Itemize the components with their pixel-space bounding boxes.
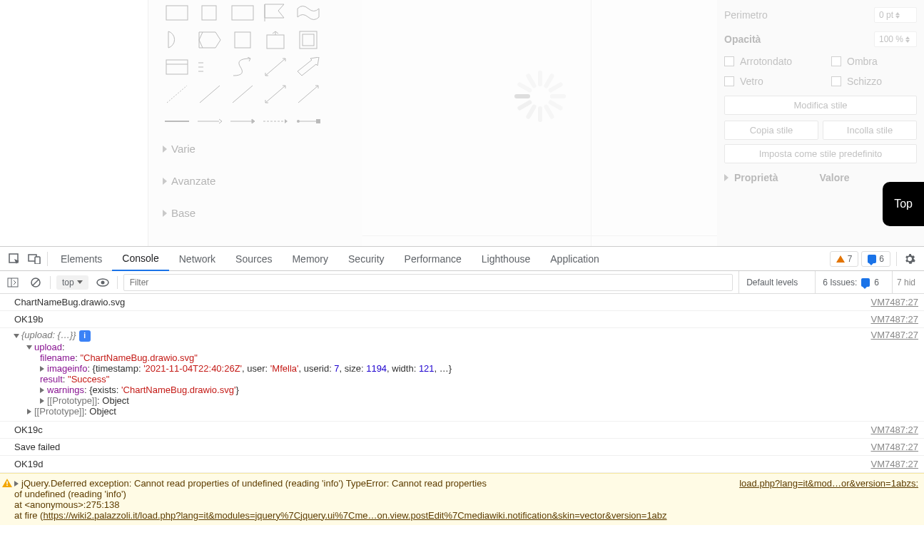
console-body: ChartNameBug.drawio.svgVM7487:27 OK19bVM… <box>0 294 924 560</box>
shape-biarrow[interactable] <box>261 56 290 78</box>
top-badge[interactable]: Top <box>883 182 924 226</box>
shape-conn3[interactable] <box>228 110 257 133</box>
canvas[interactable] <box>362 0 717 246</box>
imposta-predefinito-button[interactable]: Imposta come stile predefinito <box>724 144 917 163</box>
copia-stile-button[interactable]: Copia stile <box>724 121 818 140</box>
clear-console-icon[interactable] <box>27 274 44 291</box>
ombra-checkbox[interactable]: Ombra <box>831 56 917 67</box>
svg-rect-34 <box>6 481 8 484</box>
shape-line2[interactable] <box>228 83 257 106</box>
source-link[interactable]: VM7487:27 <box>871 442 919 452</box>
expand-toggle[interactable] <box>27 409 31 414</box>
sidebar-toggle-icon[interactable] <box>4 274 21 291</box>
shape-square[interactable] <box>196 1 224 24</box>
devtools: Elements Console Network Sources Memory … <box>0 246 924 560</box>
svg-rect-4 <box>267 35 284 49</box>
warning-icon <box>836 255 845 263</box>
info-icon[interactable]: i <box>79 330 91 342</box>
perimetro-value[interactable]: 0 pt <box>874 7 917 23</box>
source-link[interactable]: VM7487:27 <box>871 297 919 307</box>
device-icon[interactable] <box>24 249 44 269</box>
shape-conn5[interactable] <box>294 110 323 133</box>
section-avanzate[interactable]: Avanzate <box>163 165 354 197</box>
arrotondato-checkbox[interactable]: Arrotondato <box>724 56 810 67</box>
source-link[interactable]: VM7487:27 <box>871 330 919 340</box>
shape-conn2[interactable] <box>196 110 224 133</box>
shape-arrow2[interactable] <box>261 83 290 106</box>
shape-dashed[interactable] <box>163 83 191 106</box>
schizzo-checkbox[interactable]: Schizzo <box>831 76 917 87</box>
expand-toggle[interactable] <box>40 366 44 372</box>
shapes-grid <box>163 0 354 133</box>
perimetro-label: Perimetro <box>724 9 768 21</box>
filter-input[interactable] <box>123 274 733 291</box>
vetro-checkbox[interactable]: Vetro <box>724 76 810 87</box>
settings-gear-icon[interactable] <box>900 249 920 269</box>
expand-toggle[interactable] <box>40 398 44 404</box>
tab-elements[interactable]: Elements <box>51 248 112 270</box>
source-link[interactable]: VM7487:27 <box>871 424 919 435</box>
tab-application[interactable]: Application <box>540 248 609 270</box>
tab-console[interactable]: Console <box>112 247 168 271</box>
issues-button[interactable]: 6 Issues:6 <box>815 271 886 293</box>
shape-rect[interactable] <box>163 1 191 24</box>
source-link[interactable]: load.php?lang=it&mod…or&version=1abzs: <box>739 478 918 489</box>
incolla-stile-button[interactable]: Incolla stile <box>823 121 917 140</box>
expand-toggle[interactable] <box>14 481 19 487</box>
log-row: ChartNameBug.drawio.svgVM7487:27 <box>0 294 924 311</box>
shape-container[interactable] <box>294 29 323 51</box>
log-row: OK19bVM7487:27 <box>0 311 924 328</box>
warnings-badge[interactable]: 7 <box>830 251 859 267</box>
shape-flag[interactable] <box>261 1 290 24</box>
shape-up[interactable] <box>261 29 290 51</box>
tab-memory[interactable]: Memory <box>282 248 338 270</box>
shape-bigarrow[interactable] <box>294 56 323 78</box>
tab-security[interactable]: Security <box>338 248 395 270</box>
shape-tape[interactable] <box>294 1 323 24</box>
warning-icon <box>2 479 12 487</box>
log-row: OK19cVM7487:27 <box>0 422 924 439</box>
inspect-icon[interactable] <box>4 249 24 269</box>
svg-line-12 <box>265 58 285 76</box>
log-levels-selector[interactable]: Default levels <box>738 271 809 293</box>
tab-lighthouse[interactable]: Lighthouse <box>472 248 541 270</box>
hidden-count[interactable]: 7 hid <box>892 271 920 293</box>
tab-performance[interactable]: Performance <box>395 248 472 270</box>
shape-rect2[interactable] <box>228 1 257 24</box>
chat-icon <box>868 255 876 263</box>
drawio-app: Varie Avanzate Base Perimetro 0 pt Opaci… <box>0 0 924 246</box>
opacita-value[interactable]: 100 % <box>874 31 917 47</box>
section-label: Varie <box>171 143 196 155</box>
context-selector[interactable]: top <box>56 275 88 290</box>
stack-link[interactable]: https://wiki2.palazzoli.it/load.php?lang… <box>43 510 666 521</box>
expand-toggle[interactable] <box>40 387 44 393</box>
messages-badge[interactable]: 6 <box>861 251 890 267</box>
shape-conn4[interactable] <box>261 110 290 133</box>
tab-network[interactable]: Network <box>169 248 225 270</box>
shape-list[interactable] <box>196 56 224 78</box>
live-expression-icon[interactable] <box>94 274 111 291</box>
shape-line[interactable] <box>196 83 224 106</box>
log-object: VM7487:27 {upload: {…}}i upload: filenam… <box>0 328 924 422</box>
shape-sq[interactable] <box>228 29 257 51</box>
shape-conn1[interactable] <box>163 110 191 133</box>
section-base[interactable]: Base <box>163 197 354 229</box>
shape-arrowbox[interactable] <box>196 29 224 51</box>
shape-curve[interactable] <box>228 56 257 78</box>
expand-toggle[interactable] <box>14 334 19 338</box>
section-varie[interactable]: Varie <box>163 133 354 165</box>
svg-rect-27 <box>35 257 40 264</box>
expand-toggle[interactable] <box>26 345 32 350</box>
shape-card[interactable] <box>163 56 191 78</box>
section-label: Avanzate <box>171 175 215 187</box>
chevron-right-icon <box>163 210 167 217</box>
shape-arrow3[interactable] <box>294 83 323 106</box>
chevron-right-icon <box>163 178 167 185</box>
shape-halfmoon[interactable] <box>163 29 191 51</box>
properties-header[interactable]: Proprietà Valore <box>724 163 917 183</box>
source-link[interactable]: VM7487:27 <box>871 459 919 469</box>
svg-rect-35 <box>6 484 8 486</box>
modifica-stile-button[interactable]: Modifica stile <box>724 96 917 115</box>
tab-sources[interactable]: Sources <box>225 248 282 270</box>
source-link[interactable]: VM7487:27 <box>871 314 919 325</box>
